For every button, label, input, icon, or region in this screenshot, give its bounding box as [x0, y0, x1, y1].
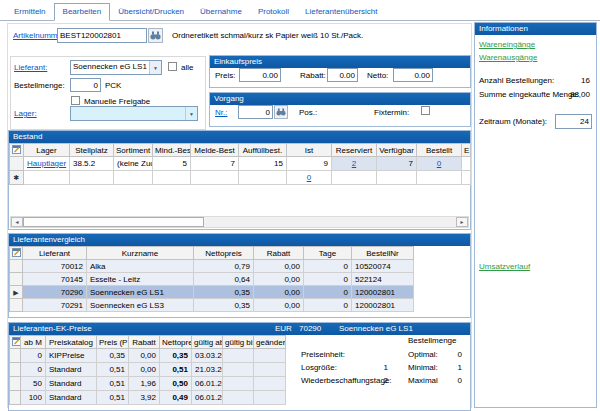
cell-gueltig-ab[interactable]: 21.03.20 — [192, 363, 223, 377]
cell-reserviert[interactable]: 2 — [332, 157, 377, 171]
bestand-col-mind-best[interactable]: Mind.-Best. — [153, 144, 191, 157]
cell-melde-best[interactable] — [191, 171, 239, 185]
table-row-selected[interactable]: ▶ 70290 Soennecken eG LS1 0,35 0,00 0 12… — [10, 286, 414, 299]
cell-lager[interactable] — [24, 171, 70, 185]
cell-sortiment[interactable]: (keine Zuor — [114, 157, 153, 171]
row-selector[interactable] — [10, 363, 21, 377]
cell-preis[interactable]: 0,51 — [97, 377, 129, 391]
table-row[interactable]: 0 KIPPreise 0,35 0,00 0,35 03.03.20 — [10, 349, 286, 363]
vergleich-col-tage[interactable]: Tage — [304, 247, 352, 260]
bestand-col-lager[interactable]: Lager — [24, 144, 70, 157]
cell-rabatt[interactable]: 0,00 — [254, 260, 304, 273]
cell-melde-best[interactable]: 7 — [191, 157, 239, 171]
table-row[interactable]: 100 Standard 0,51 3,92 0,49 06.01.20 — [10, 391, 286, 405]
bestand-col-melde-best[interactable]: Melde-Best — [191, 144, 239, 157]
ek-col-geaendert[interactable]: geändert — [254, 336, 286, 349]
cell-ist[interactable]: 9 — [287, 157, 332, 171]
row-selector[interactable] — [10, 260, 23, 273]
cell-tage[interactable]: 0 — [304, 260, 352, 273]
bestand-col-bestellt[interactable]: Bestellt — [417, 144, 462, 157]
cell-ab-m[interactable]: 0 — [21, 349, 46, 363]
bestellmenge-input[interactable] — [70, 78, 101, 92]
bestand-col-auffuellbest[interactable]: Auffüllbest. — [239, 144, 287, 157]
cell-tage[interactable]: 0 — [304, 286, 352, 299]
row-selector[interactable] — [10, 273, 23, 286]
cell-ab-m[interactable]: 100 — [21, 391, 46, 405]
fixtermin-checkbox[interactable] — [421, 106, 430, 115]
tab-uebersicht-drucken[interactable]: Übersicht/Drucken — [110, 4, 192, 20]
ek-col-gueltig-ab[interactable]: gültig ab — [192, 336, 223, 349]
table-row[interactable]: 70291 Soennecken eG LS3 0,35 0,00 0 1200… — [10, 299, 414, 312]
row-selector-current[interactable]: ▶ — [10, 286, 23, 299]
umsatzverlauf-link[interactable]: Umsatzverlauf — [479, 262, 530, 271]
cell-gueltig-bis[interactable] — [223, 377, 254, 391]
artikelnummer-search-button[interactable] — [148, 28, 163, 43]
cell-stellplatz[interactable]: 38.5.2 — [70, 157, 114, 171]
cell-gueltig-bis[interactable] — [223, 363, 254, 377]
cell-rabatt[interactable]: 0,00 — [254, 286, 304, 299]
cell-rabatt[interactable]: 0,00 — [254, 299, 304, 312]
cell-rabatt[interactable]: 0,00 — [254, 273, 304, 286]
table-row[interactable]: 0 Standard 0,51 0,00 0,51 21.03.20 — [10, 363, 286, 377]
cell-lieferant[interactable]: 70291 — [23, 299, 87, 312]
bestand-col-sortiment[interactable]: Sortiment — [114, 144, 153, 157]
ek-col-rabatt[interactable]: Rabatt — [129, 336, 160, 349]
cell-stellplatz[interactable] — [70, 171, 114, 185]
preis-input[interactable] — [239, 68, 281, 82]
ek-col-gueltig-bis[interactable]: gültig bis — [223, 336, 254, 349]
cell-preis[interactable]: 0,51 — [97, 391, 129, 405]
vorgang-nr-label[interactable]: Nr.: — [215, 108, 227, 117]
cell-mind-best[interactable] — [153, 171, 191, 185]
wareneingaenge-link[interactable]: Wareneingänge — [479, 40, 535, 49]
cell-nettopreis[interactable]: 0,35 — [160, 349, 192, 363]
vergleich-col-rabatt[interactable]: Rabatt — [254, 247, 304, 260]
column-selector-button[interactable] — [10, 336, 21, 349]
chevron-down-icon[interactable]: ▼ — [185, 107, 197, 120]
scrollbar-thumb[interactable] — [23, 217, 204, 227]
row-selector[interactable] — [10, 377, 21, 391]
cell-gueltig-ab[interactable]: 03.03.20 — [192, 349, 223, 363]
cell-auffuellbest[interactable] — [239, 171, 287, 185]
cell-kurzname[interactable]: Esselte - Leitz — [87, 273, 194, 286]
cell-nettopreis[interactable]: 0,79 — [194, 260, 254, 273]
row-selector[interactable] — [10, 299, 23, 312]
lieferant-label[interactable]: Lieferant: — [14, 63, 47, 72]
table-row-new[interactable]: ✱ 0 — [10, 171, 471, 185]
scroll-left-button[interactable]: ◄ — [11, 217, 23, 227]
cell-nettopreis[interactable]: 0,35 — [194, 286, 254, 299]
chevron-down-icon[interactable]: ▼ — [149, 61, 161, 74]
rabatt-input[interactable] — [327, 68, 358, 82]
cell-gueltig-bis[interactable] — [223, 349, 254, 363]
cell-auffuellbest[interactable]: 15 — [239, 157, 287, 171]
cell-rabatt[interactable]: 1,96 — [129, 377, 160, 391]
tab-ermitteln[interactable]: Ermitteln — [6, 4, 54, 20]
reserviert-link[interactable]: 2 — [352, 159, 356, 168]
cell-e[interactable] — [462, 171, 471, 185]
cell-preiskatalog[interactable]: Standard — [46, 391, 97, 405]
cell-geaendert[interactable] — [254, 391, 286, 405]
cell-kurzname[interactable]: Soennecken eG LS1 — [87, 286, 194, 299]
cell-bestellnr[interactable]: 10520074 — [352, 260, 414, 273]
tab-bearbeiten[interactable]: Bearbeiten — [54, 3, 111, 21]
cell-lager[interactable]: Hauptlager — [24, 157, 70, 171]
vorgang-search-button[interactable] — [274, 105, 288, 119]
cell-reserviert[interactable] — [332, 171, 377, 185]
cell-preiskatalog[interactable]: Standard — [46, 377, 97, 391]
cell-verfuegbar[interactable] — [377, 171, 417, 185]
cell-tage[interactable]: 0 — [304, 273, 352, 286]
bestand-col-stellplatz[interactable]: Stellplatz — [70, 144, 114, 157]
row-selector[interactable] — [10, 391, 21, 405]
scroll-right-button[interactable]: ► — [456, 217, 468, 227]
bestand-col-ist[interactable]: Ist — [287, 144, 332, 157]
table-row[interactable]: 70145 Esselte - Leitz 0,64 0,00 0 522124 — [10, 273, 414, 286]
lieferant-combobox[interactable]: Soennecken eG LS1 ▼ — [70, 60, 162, 75]
ek-col-nettopreis[interactable]: Nettopre — [160, 336, 192, 349]
vergleich-col-lieferant[interactable]: Lieferant — [23, 247, 87, 260]
cell-preiskatalog[interactable]: Standard — [46, 363, 97, 377]
cell-bestellnr[interactable]: 522124 — [352, 273, 414, 286]
cell-bestellt[interactable] — [417, 171, 462, 185]
vergleich-col-bestellnr[interactable]: BestellNr — [352, 247, 414, 260]
ek-col-preis[interactable]: Preis (P — [97, 336, 129, 349]
tab-uebernahme[interactable]: Übernahme — [192, 4, 250, 20]
cell-ab-m[interactable]: 0 — [21, 363, 46, 377]
